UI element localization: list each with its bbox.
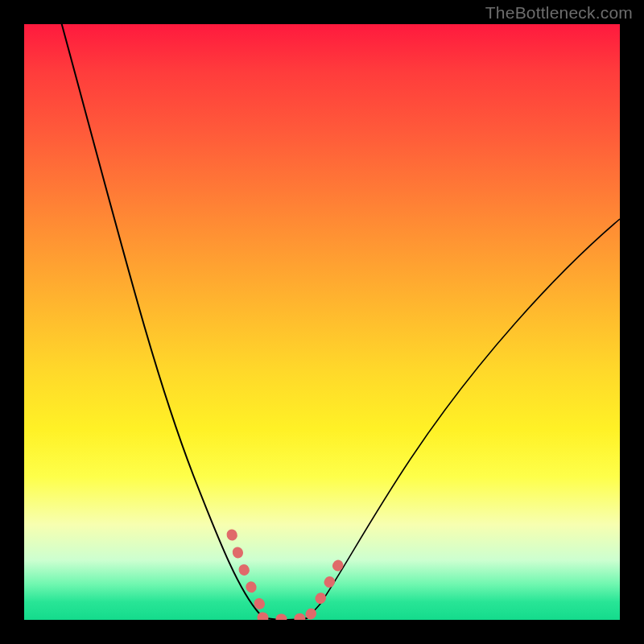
curve-layer xyxy=(24,24,620,620)
left-curve xyxy=(60,24,266,618)
highlight-right xyxy=(311,554,344,614)
watermark-text: TheBottleneck.com xyxy=(485,3,633,23)
right-curve xyxy=(308,219,620,618)
plot-area xyxy=(24,24,620,620)
chart-frame: TheBottleneck.com xyxy=(0,0,644,644)
highlight-left xyxy=(232,535,266,614)
